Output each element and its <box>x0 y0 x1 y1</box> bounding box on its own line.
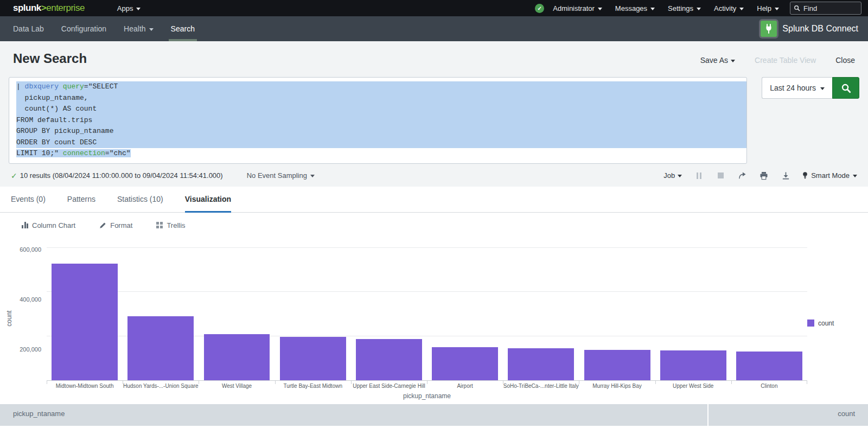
chart-bar[interactable] <box>127 316 194 380</box>
close-button[interactable]: Close <box>835 56 855 65</box>
chevron-down-icon <box>820 87 825 90</box>
chart-bar[interactable] <box>52 264 118 380</box>
results-bar: ✓ 10 results (08/04/2024 11:00:00.000 to… <box>0 164 868 187</box>
search-icon <box>794 5 800 11</box>
chart-type-picker[interactable]: Column Chart <box>22 221 75 229</box>
menu-administrator[interactable]: Administrator <box>546 0 609 16</box>
bar-slot <box>731 237 807 380</box>
query-line: count(*) AS count <box>16 104 746 115</box>
x-tick-label: Murray Hill-Kips Bay <box>579 383 655 389</box>
appnav-spacer <box>203 16 761 41</box>
x-tick-label: Clinton <box>731 383 807 389</box>
search-submit-button[interactable] <box>832 77 859 99</box>
column-header-pickup-ntaname[interactable]: pickup_ntaname <box>0 404 707 426</box>
nav-item-configuration[interactable]: Configuration <box>53 16 115 41</box>
time-range-picker[interactable]: Last 24 hours <box>762 77 832 99</box>
x-axis-title: pickup_ntaname <box>47 392 807 400</box>
menu-help[interactable]: Help <box>750 0 786 16</box>
result-tabs: Events (0) Patterns Statistics (10) Visu… <box>0 187 868 213</box>
query-line: FROM default.trips <box>16 115 746 126</box>
chart-legend: count <box>807 237 868 400</box>
menu-messages[interactable]: Messages <box>609 0 661 16</box>
tab-statistics[interactable]: Statistics (10) <box>117 187 163 212</box>
top-bar: splunk>enterprise Apps ✓ Administrator M… <box>0 0 868 16</box>
find-input[interactable] <box>790 2 861 15</box>
x-tick-label: West Village <box>199 383 275 389</box>
nav-label: Data Lab <box>13 24 44 33</box>
column-chart: count 200,000400,000600,000 Midtown-Midt… <box>0 237 868 400</box>
nav-label: Configuration <box>61 24 106 33</box>
chart-bar[interactable] <box>660 350 726 380</box>
menu-label: Administrator <box>553 4 595 12</box>
format-button[interactable]: Format <box>99 221 132 229</box>
bar-slot <box>123 237 199 380</box>
chevron-down-icon <box>678 175 682 177</box>
x-tick-label: Upper West Side <box>655 383 731 389</box>
app-identity[interactable]: Splunk DB Connect <box>761 16 868 41</box>
trellis-button[interactable]: Trellis <box>156 221 185 229</box>
menu-settings[interactable]: Settings <box>661 0 707 16</box>
health-status-icon[interactable]: ✓ <box>535 4 544 13</box>
download-icon[interactable] <box>781 171 790 180</box>
chevron-down-icon <box>149 28 154 31</box>
nav-item-search[interactable]: Search <box>162 16 203 41</box>
app-nav: Data Lab Configuration Health Search Spl… <box>0 16 868 41</box>
chart-bar[interactable] <box>736 352 802 380</box>
apps-menu[interactable]: Apps <box>111 0 148 16</box>
job-label: Job <box>663 171 675 180</box>
x-tick-label: Hudson Yards-...-Union Square <box>123 383 199 389</box>
create-table-view-button[interactable]: Create Table View <box>755 56 816 65</box>
chart-bar[interactable] <box>204 334 270 380</box>
chart-bar[interactable] <box>432 347 498 380</box>
search-query-input[interactable]: | dbxquery query="SELECT pickup_ntaname,… <box>9 77 747 164</box>
pause-icon[interactable] <box>694 171 704 180</box>
save-as-button[interactable]: Save As <box>700 56 735 65</box>
bar-slot <box>47 237 123 380</box>
bar-slot <box>427 237 503 380</box>
legend-entry[interactable]: count <box>807 320 834 327</box>
x-tick-label: Midtown-Midtown South <box>47 383 123 389</box>
tab-patterns[interactable]: Patterns <box>67 187 95 212</box>
chevron-down-icon <box>853 175 857 177</box>
job-tools: Job <box>663 171 857 180</box>
nav-item-data-lab[interactable]: Data Lab <box>4 16 53 41</box>
trellis-icon <box>156 222 163 228</box>
y-tick-label: 600,000 <box>20 246 41 253</box>
chart-type-label: Column Chart <box>32 221 75 229</box>
share-icon[interactable] <box>737 171 747 180</box>
menu-label: Settings <box>668 4 693 12</box>
x-tick-label: Turtle Bay-East Midtown <box>275 383 351 389</box>
logo-gt: > <box>41 3 46 13</box>
nav-item-health[interactable]: Health <box>115 16 162 41</box>
stop-icon[interactable] <box>716 171 725 180</box>
tab-visualization[interactable]: Visualization <box>185 187 231 212</box>
chart-bar[interactable] <box>508 348 574 380</box>
menu-label: Messages <box>615 4 647 12</box>
bar-slot <box>655 237 731 380</box>
tab-events[interactable]: Events (0) <box>11 187 46 212</box>
trellis-label: Trellis <box>167 221 185 229</box>
chart-bar[interactable] <box>356 339 422 380</box>
splunk-logo[interactable]: splunk>enterprise <box>13 3 85 14</box>
chevron-down-icon <box>310 175 315 177</box>
format-label: Format <box>110 221 132 229</box>
query-line: GROUP BY pickup_ntaname <box>16 126 746 137</box>
menu-activity[interactable]: Activity <box>707 0 750 16</box>
column-header-count[interactable]: count <box>709 404 868 426</box>
smart-mode-dropdown[interactable]: Smart Mode <box>802 171 857 180</box>
menu-label: Help <box>757 4 771 12</box>
event-sampling-dropdown[interactable]: No Event Sampling <box>247 171 315 180</box>
time-range-label: Last 24 hours <box>770 84 816 92</box>
search-row: | dbxquery query="SELECT pickup_ntaname,… <box>9 77 859 164</box>
logo-brand: splunk <box>13 3 41 13</box>
x-tick-label: SoHo-TriBeCa-...nter-Little Italy <box>503 383 579 389</box>
page-title: New Search <box>13 51 87 66</box>
chart-bar[interactable] <box>584 350 650 380</box>
chevron-down-icon <box>775 8 779 10</box>
print-icon[interactable] <box>759 171 769 180</box>
job-menu[interactable]: Job <box>663 171 682 180</box>
title-actions: Save As Create Table View Close <box>700 56 855 65</box>
query-line: ORDER BY count DESC <box>16 137 746 149</box>
chart-bar[interactable] <box>280 337 346 380</box>
save-as-label: Save As <box>700 56 728 65</box>
